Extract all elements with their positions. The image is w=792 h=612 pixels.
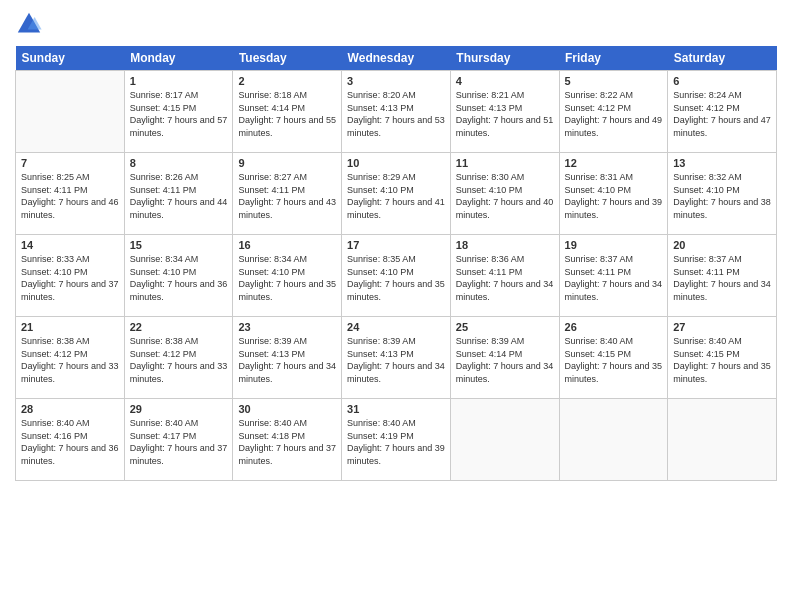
- day-info: Sunrise: 8:38 AMSunset: 4:12 PMDaylight:…: [130, 335, 228, 385]
- calendar-table: SundayMondayTuesdayWednesdayThursdayFrid…: [15, 46, 777, 481]
- day-cell: 13Sunrise: 8:32 AMSunset: 4:10 PMDayligh…: [668, 153, 777, 235]
- logo: [15, 10, 45, 38]
- day-cell: 18Sunrise: 8:36 AMSunset: 4:11 PMDayligh…: [450, 235, 559, 317]
- day-number: 25: [456, 321, 554, 333]
- day-cell: 9Sunrise: 8:27 AMSunset: 4:11 PMDaylight…: [233, 153, 342, 235]
- day-cell: 17Sunrise: 8:35 AMSunset: 4:10 PMDayligh…: [342, 235, 451, 317]
- day-info: Sunrise: 8:31 AMSunset: 4:10 PMDaylight:…: [565, 171, 663, 221]
- day-info: Sunrise: 8:38 AMSunset: 4:12 PMDaylight:…: [21, 335, 119, 385]
- day-cell: [668, 399, 777, 481]
- day-cell: 6Sunrise: 8:24 AMSunset: 4:12 PMDaylight…: [668, 71, 777, 153]
- day-number: 21: [21, 321, 119, 333]
- day-number: 15: [130, 239, 228, 251]
- day-number: 7: [21, 157, 119, 169]
- day-cell: 10Sunrise: 8:29 AMSunset: 4:10 PMDayligh…: [342, 153, 451, 235]
- day-number: 16: [238, 239, 336, 251]
- day-cell: [450, 399, 559, 481]
- day-info: Sunrise: 8:40 AMSunset: 4:15 PMDaylight:…: [565, 335, 663, 385]
- day-cell: [559, 399, 668, 481]
- day-cell: 26Sunrise: 8:40 AMSunset: 4:15 PMDayligh…: [559, 317, 668, 399]
- day-cell: 3Sunrise: 8:20 AMSunset: 4:13 PMDaylight…: [342, 71, 451, 153]
- day-info: Sunrise: 8:24 AMSunset: 4:12 PMDaylight:…: [673, 89, 771, 139]
- day-number: 1: [130, 75, 228, 87]
- day-cell: 23Sunrise: 8:39 AMSunset: 4:13 PMDayligh…: [233, 317, 342, 399]
- day-cell: 19Sunrise: 8:37 AMSunset: 4:11 PMDayligh…: [559, 235, 668, 317]
- day-number: 8: [130, 157, 228, 169]
- col-header-sunday: Sunday: [16, 46, 125, 71]
- day-cell: 30Sunrise: 8:40 AMSunset: 4:18 PMDayligh…: [233, 399, 342, 481]
- day-number: 26: [565, 321, 663, 333]
- day-cell: 8Sunrise: 8:26 AMSunset: 4:11 PMDaylight…: [124, 153, 233, 235]
- day-info: Sunrise: 8:27 AMSunset: 4:11 PMDaylight:…: [238, 171, 336, 221]
- day-cell: 24Sunrise: 8:39 AMSunset: 4:13 PMDayligh…: [342, 317, 451, 399]
- day-info: Sunrise: 8:26 AMSunset: 4:11 PMDaylight:…: [130, 171, 228, 221]
- day-cell: 25Sunrise: 8:39 AMSunset: 4:14 PMDayligh…: [450, 317, 559, 399]
- day-number: 31: [347, 403, 445, 415]
- day-info: Sunrise: 8:40 AMSunset: 4:17 PMDaylight:…: [130, 417, 228, 467]
- day-cell: 14Sunrise: 8:33 AMSunset: 4:10 PMDayligh…: [16, 235, 125, 317]
- day-info: Sunrise: 8:22 AMSunset: 4:12 PMDaylight:…: [565, 89, 663, 139]
- col-header-saturday: Saturday: [668, 46, 777, 71]
- day-info: Sunrise: 8:35 AMSunset: 4:10 PMDaylight:…: [347, 253, 445, 303]
- day-number: 12: [565, 157, 663, 169]
- day-number: 17: [347, 239, 445, 251]
- day-info: Sunrise: 8:30 AMSunset: 4:10 PMDaylight:…: [456, 171, 554, 221]
- day-cell: 1Sunrise: 8:17 AMSunset: 4:15 PMDaylight…: [124, 71, 233, 153]
- day-info: Sunrise: 8:29 AMSunset: 4:10 PMDaylight:…: [347, 171, 445, 221]
- day-number: 4: [456, 75, 554, 87]
- day-number: 5: [565, 75, 663, 87]
- day-cell: 11Sunrise: 8:30 AMSunset: 4:10 PMDayligh…: [450, 153, 559, 235]
- day-number: 23: [238, 321, 336, 333]
- day-cell: 29Sunrise: 8:40 AMSunset: 4:17 PMDayligh…: [124, 399, 233, 481]
- day-info: Sunrise: 8:17 AMSunset: 4:15 PMDaylight:…: [130, 89, 228, 139]
- day-info: Sunrise: 8:39 AMSunset: 4:14 PMDaylight:…: [456, 335, 554, 385]
- day-number: 19: [565, 239, 663, 251]
- week-row-5: 28Sunrise: 8:40 AMSunset: 4:16 PMDayligh…: [16, 399, 777, 481]
- day-info: Sunrise: 8:21 AMSunset: 4:13 PMDaylight:…: [456, 89, 554, 139]
- day-info: Sunrise: 8:33 AMSunset: 4:10 PMDaylight:…: [21, 253, 119, 303]
- page-container: SundayMondayTuesdayWednesdayThursdayFrid…: [0, 0, 792, 491]
- day-cell: 7Sunrise: 8:25 AMSunset: 4:11 PMDaylight…: [16, 153, 125, 235]
- day-cell: 31Sunrise: 8:40 AMSunset: 4:19 PMDayligh…: [342, 399, 451, 481]
- day-info: Sunrise: 8:40 AMSunset: 4:19 PMDaylight:…: [347, 417, 445, 467]
- day-number: 22: [130, 321, 228, 333]
- day-cell: 15Sunrise: 8:34 AMSunset: 4:10 PMDayligh…: [124, 235, 233, 317]
- day-number: 29: [130, 403, 228, 415]
- day-info: Sunrise: 8:36 AMSunset: 4:11 PMDaylight:…: [456, 253, 554, 303]
- day-info: Sunrise: 8:40 AMSunset: 4:16 PMDaylight:…: [21, 417, 119, 467]
- day-info: Sunrise: 8:40 AMSunset: 4:15 PMDaylight:…: [673, 335, 771, 385]
- day-info: Sunrise: 8:37 AMSunset: 4:11 PMDaylight:…: [565, 253, 663, 303]
- day-number: 10: [347, 157, 445, 169]
- col-header-friday: Friday: [559, 46, 668, 71]
- header-row: SundayMondayTuesdayWednesdayThursdayFrid…: [16, 46, 777, 71]
- day-cell: 21Sunrise: 8:38 AMSunset: 4:12 PMDayligh…: [16, 317, 125, 399]
- day-info: Sunrise: 8:18 AMSunset: 4:14 PMDaylight:…: [238, 89, 336, 139]
- day-number: 28: [21, 403, 119, 415]
- col-header-wednesday: Wednesday: [342, 46, 451, 71]
- day-cell: [16, 71, 125, 153]
- day-number: 3: [347, 75, 445, 87]
- day-info: Sunrise: 8:32 AMSunset: 4:10 PMDaylight:…: [673, 171, 771, 221]
- day-info: Sunrise: 8:39 AMSunset: 4:13 PMDaylight:…: [238, 335, 336, 385]
- day-cell: 28Sunrise: 8:40 AMSunset: 4:16 PMDayligh…: [16, 399, 125, 481]
- week-row-1: 1Sunrise: 8:17 AMSunset: 4:15 PMDaylight…: [16, 71, 777, 153]
- day-info: Sunrise: 8:25 AMSunset: 4:11 PMDaylight:…: [21, 171, 119, 221]
- day-number: 6: [673, 75, 771, 87]
- col-header-monday: Monday: [124, 46, 233, 71]
- logo-icon: [15, 10, 43, 38]
- day-info: Sunrise: 8:20 AMSunset: 4:13 PMDaylight:…: [347, 89, 445, 139]
- day-number: 30: [238, 403, 336, 415]
- day-number: 9: [238, 157, 336, 169]
- day-cell: 2Sunrise: 8:18 AMSunset: 4:14 PMDaylight…: [233, 71, 342, 153]
- day-number: 11: [456, 157, 554, 169]
- day-info: Sunrise: 8:39 AMSunset: 4:13 PMDaylight:…: [347, 335, 445, 385]
- day-info: Sunrise: 8:34 AMSunset: 4:10 PMDaylight:…: [130, 253, 228, 303]
- day-cell: 22Sunrise: 8:38 AMSunset: 4:12 PMDayligh…: [124, 317, 233, 399]
- col-header-tuesday: Tuesday: [233, 46, 342, 71]
- day-info: Sunrise: 8:34 AMSunset: 4:10 PMDaylight:…: [238, 253, 336, 303]
- day-number: 18: [456, 239, 554, 251]
- day-cell: 20Sunrise: 8:37 AMSunset: 4:11 PMDayligh…: [668, 235, 777, 317]
- week-row-2: 7Sunrise: 8:25 AMSunset: 4:11 PMDaylight…: [16, 153, 777, 235]
- col-header-thursday: Thursday: [450, 46, 559, 71]
- day-number: 20: [673, 239, 771, 251]
